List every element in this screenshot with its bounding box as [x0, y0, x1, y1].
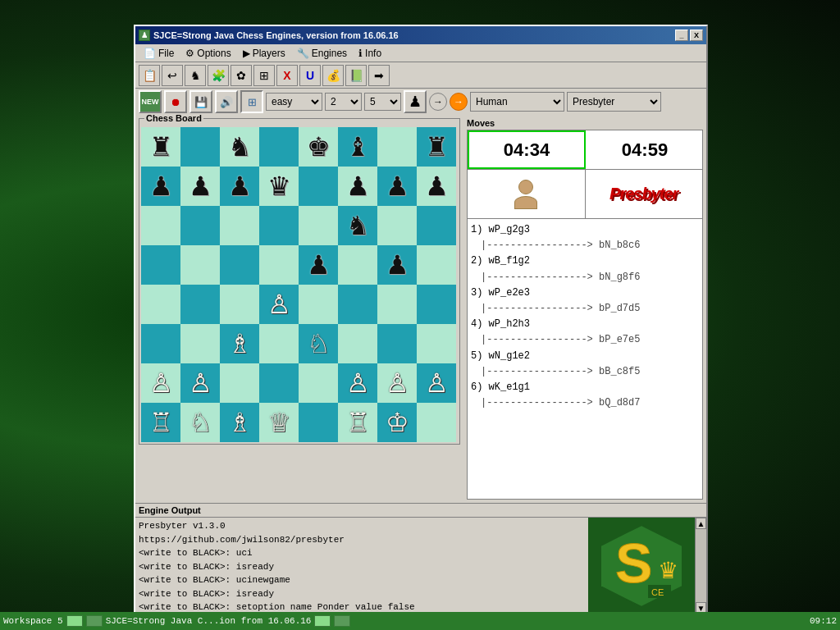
toolbar-btn-filter[interactable]: 🧩	[208, 65, 229, 86]
board-cell[interactable]: ♜	[417, 127, 456, 167]
task-label[interactable]: SJCE=Strong Java C...ion from 16.06.16	[106, 616, 312, 626]
board-cell[interactable]	[141, 324, 180, 363]
engine-scrollbar[interactable]: ▲ ▼	[695, 518, 706, 614]
board-cell[interactable]: ♘	[299, 324, 338, 363]
board-cell[interactable]	[141, 206, 180, 245]
white-player-select[interactable]: Human Computer	[470, 92, 564, 112]
board-cell[interactable]	[417, 403, 456, 442]
board-cell[interactable]	[299, 167, 338, 206]
board-cell[interactable]: ♛	[259, 167, 299, 206]
depth1-select[interactable]: 2 1 3 4 5	[325, 93, 362, 111]
board-cell[interactable]	[377, 206, 417, 245]
board-cell[interactable]	[259, 245, 299, 285]
board-cell[interactable]: ♚	[299, 127, 338, 167]
minimize-button[interactable]: _	[675, 30, 688, 41]
board-cell[interactable]	[338, 324, 377, 363]
toolbar-btn-flower[interactable]: ✿	[231, 65, 252, 86]
board-cell[interactable]: ♖	[338, 403, 377, 442]
board-cell[interactable]: ♘	[180, 403, 220, 442]
board-cell[interactable]: ♙	[338, 363, 377, 403]
prev-move-button[interactable]: →	[429, 93, 447, 111]
board-cell[interactable]	[180, 285, 220, 324]
board-cell[interactable]: ♕	[259, 403, 299, 442]
board-cell[interactable]: ♙	[180, 363, 220, 403]
board-cell[interactable]	[417, 324, 456, 363]
board-cell[interactable]: ♙	[141, 363, 180, 403]
board-cell[interactable]	[180, 245, 220, 285]
board-cell[interactable]	[377, 127, 417, 167]
board-cell[interactable]: ♙	[377, 363, 417, 403]
menu-file[interactable]: 📄 File	[139, 46, 179, 61]
workspace-indicator-2[interactable]	[86, 615, 103, 627]
board-cell[interactable]: ♗	[220, 403, 259, 442]
board-cell[interactable]: ♟	[180, 167, 220, 206]
board-cell[interactable]: ♟	[377, 167, 417, 206]
board-icon-button[interactable]: ♟	[404, 90, 427, 113]
board-cell[interactable]: ♙	[259, 285, 299, 324]
toolbar-btn-log[interactable]: 📋	[139, 65, 160, 86]
speaker-button[interactable]: 🔊	[215, 90, 238, 113]
board-cell[interactable]	[299, 363, 338, 403]
board-cell[interactable]: ♟	[220, 167, 259, 206]
board-cell[interactable]	[299, 403, 338, 442]
chess-board[interactable]: ♜♞♚♝♜♟♟♟♛♟♟♟♞♟♟♙♗♘♙♙♙♙♙♖♘♗♕♖♔	[141, 127, 456, 442]
engine-select[interactable]: Presbyter Stockfish	[567, 92, 661, 112]
board-cell[interactable]	[259, 206, 299, 245]
board-view-button[interactable]: ⊞	[240, 90, 263, 113]
close-button[interactable]: X	[690, 30, 703, 41]
board-cell[interactable]	[417, 245, 456, 285]
board-cell[interactable]	[299, 206, 338, 245]
board-cell[interactable]	[180, 127, 220, 167]
board-cell[interactable]: ♙	[417, 363, 456, 403]
difficulty-select[interactable]: easy medium hard	[266, 93, 322, 111]
board-cell[interactable]	[417, 285, 456, 324]
menu-info[interactable]: ℹ Info	[354, 46, 386, 61]
save-button[interactable]: 💾	[189, 90, 212, 113]
stop-button[interactable]: ⏺	[164, 90, 187, 113]
toolbar-btn-coins[interactable]: 💰	[322, 65, 344, 86]
board-cell[interactable]	[259, 363, 299, 403]
toolbar-btn-book[interactable]: 📗	[345, 65, 367, 86]
board-cell[interactable]: ♔	[377, 403, 417, 442]
toolbar-btn-grid[interactable]: ⊞	[253, 65, 275, 86]
board-cell[interactable]	[220, 363, 259, 403]
board-cell[interactable]	[259, 127, 299, 167]
board-cell[interactable]	[299, 285, 338, 324]
toolbar-btn-arrow[interactable]: ➡	[368, 65, 390, 86]
board-cell[interactable]: ♟	[141, 167, 180, 206]
toolbar-btn-x[interactable]: X	[276, 65, 298, 86]
board-cell[interactable]	[417, 206, 456, 245]
board-cell[interactable]: ♟	[417, 167, 456, 206]
menu-engines[interactable]: 🔧 Engines	[292, 46, 352, 61]
menu-options[interactable]: ⚙ Options	[180, 46, 235, 61]
depth2-select[interactable]: 5 1 2 3 4	[364, 93, 401, 111]
board-cell[interactable]	[377, 285, 417, 324]
menu-players[interactable]: ▶ Players	[238, 46, 290, 61]
board-cell[interactable]	[180, 206, 220, 245]
board-cell[interactable]: ♜	[141, 127, 180, 167]
board-cell[interactable]: ♝	[338, 127, 377, 167]
board-cell[interactable]: ♖	[141, 403, 180, 442]
board-cell[interactable]: ♞	[220, 127, 259, 167]
board-cell[interactable]	[220, 206, 259, 245]
board-cell[interactable]	[141, 245, 180, 285]
next-move-button[interactable]: →	[450, 93, 468, 111]
workspace-indicator-1[interactable]	[66, 615, 83, 627]
new-game-button[interactable]: NEW	[139, 90, 162, 113]
board-cell[interactable]	[141, 285, 180, 324]
board-cell[interactable]: ♞	[338, 206, 377, 245]
board-cell[interactable]	[220, 245, 259, 285]
board-cell[interactable]: ♟	[299, 245, 338, 285]
toolbar-btn-knight[interactable]: ♞	[185, 65, 206, 86]
board-cell[interactable]	[259, 324, 299, 363]
board-cell[interactable]	[377, 324, 417, 363]
board-cell[interactable]: ♟	[377, 245, 417, 285]
scroll-up-arrow[interactable]: ▲	[696, 518, 706, 529]
toolbar-btn-undo[interactable]: ↩	[162, 65, 183, 86]
board-cell[interactable]	[338, 245, 377, 285]
board-cell[interactable]	[338, 285, 377, 324]
board-cell[interactable]	[180, 324, 220, 363]
board-cell[interactable]	[220, 285, 259, 324]
board-cell[interactable]: ♗	[220, 324, 259, 363]
toolbar-btn-u[interactable]: U	[299, 65, 321, 86]
